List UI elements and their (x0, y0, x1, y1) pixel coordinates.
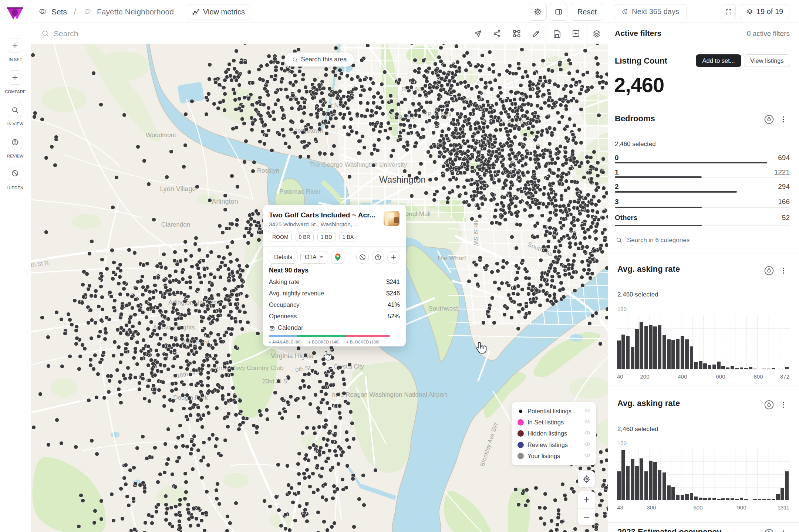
svg-text:Washington: Washington (379, 174, 426, 184)
svg-text:Southwest: Southwest (428, 305, 458, 312)
svg-text:ional Mall: ional Mall (404, 210, 431, 217)
svg-text:The George Washington Universi: The George Washington University (309, 161, 407, 168)
svg-text:Potomac River: Potomac River (279, 188, 321, 195)
svg-text:Clarendon: Clarendon (161, 221, 190, 228)
svg-text:4th St SW: 4th St SW (473, 219, 479, 246)
svg-text:Woodmont: Woodmont (146, 132, 176, 139)
svg-text:The Wharf: The Wharf (436, 255, 466, 262)
svg-text:Arlington: Arlington (212, 198, 238, 205)
svg-text:Rosslyn: Rosslyn (257, 167, 279, 174)
svg-text:23rd St S: 23rd St S (263, 378, 287, 384)
svg-text:Lyon Village: Lyon Village (160, 185, 196, 193)
svg-text:nald Reagan Washington Nationa: nald Reagan Washington National Airport (332, 391, 447, 398)
